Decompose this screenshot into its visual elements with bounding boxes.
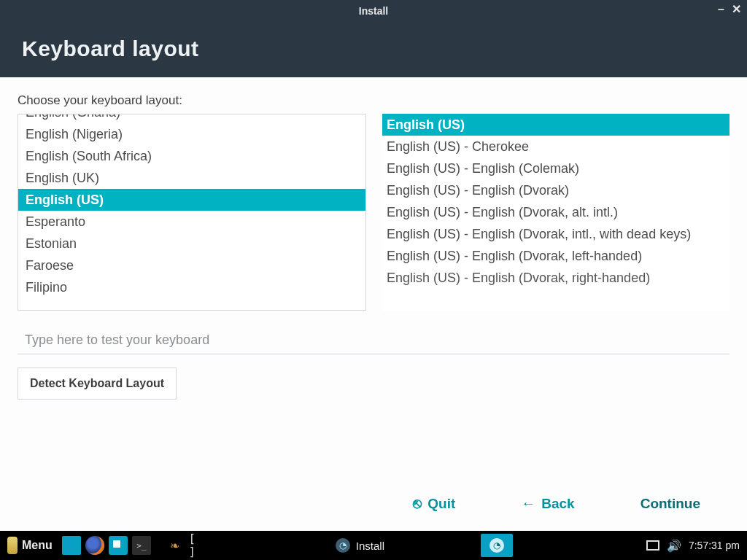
taskbar-app-label: Install xyxy=(356,540,384,552)
taskbar-app-install-active[interactable]: ◔ xyxy=(481,534,513,557)
volume-icon[interactable]: 🔊 xyxy=(667,539,681,553)
display-icon[interactable] xyxy=(646,540,659,551)
continue-label: Continue xyxy=(640,496,700,512)
page-title: Keyboard layout xyxy=(22,36,725,61)
right-layout-item[interactable]: English (US) - English (Dvorak, left-han… xyxy=(382,245,729,267)
left-layout-item[interactable]: English (UK) xyxy=(18,167,365,189)
continue-button[interactable]: Continue xyxy=(640,496,700,512)
right-layout-item[interactable]: English (US) - English (Dvorak, intl., w… xyxy=(382,223,729,245)
menu-label: Menu xyxy=(22,539,53,552)
right-layout-item[interactable]: English (US) - Cherokee xyxy=(382,136,729,158)
clock[interactable]: 7:57:31 pm xyxy=(689,540,740,551)
system-tray: 🔊 7:57:31 pm xyxy=(639,539,747,553)
prompt-label: Choose your keyboard layout: xyxy=(18,93,729,108)
back-label: Back xyxy=(541,496,574,512)
detect-layout-button[interactable]: Detect Keyboard Layout xyxy=(18,368,177,400)
quit-button[interactable]: ⎋ Quit xyxy=(413,495,455,512)
window-title: Install xyxy=(359,5,388,17)
terminal-icon[interactable]: >_ xyxy=(132,536,151,555)
content-area: Choose your keyboard layout: English (Gh… xyxy=(0,77,747,531)
layout-language-list[interactable]: English (Ghana)English (Nigeria)English … xyxy=(18,114,366,311)
file-manager-icon[interactable] xyxy=(109,536,128,555)
left-layout-item[interactable]: English (Nigeria) xyxy=(18,123,365,145)
quit-label: Quit xyxy=(427,496,455,512)
taskbar-app-install[interactable]: ◔ Install xyxy=(327,534,393,557)
install-app-icon: ◔ xyxy=(336,538,350,553)
arrow-left-icon: ← xyxy=(521,495,535,512)
installer-window: Install – ✕ Keyboard layout Choose your … xyxy=(0,0,747,531)
left-layout-item[interactable]: Estonian xyxy=(18,233,365,254)
layout-lists: English (Ghana)English (Nigeria)English … xyxy=(18,114,729,311)
left-layout-item[interactable]: English (Ghana) xyxy=(18,114,365,123)
start-menu-button[interactable]: Menu xyxy=(0,537,60,554)
firefox-icon[interactable] xyxy=(85,536,104,555)
left-layout-item[interactable]: Filipino xyxy=(18,276,365,298)
right-layout-item[interactable]: English (US) - English (Dvorak) xyxy=(382,179,729,201)
minimize-button[interactable]: – xyxy=(718,3,724,16)
right-layout-item[interactable]: English (US) - English (Colemak) xyxy=(382,158,729,179)
install-app-icon: ◔ xyxy=(489,538,504,553)
page-header: Keyboard layout xyxy=(0,22,747,77)
right-layout-item[interactable]: English (US) xyxy=(382,114,729,136)
taskbar: Menu >_ ❧ [ ] ◔ Install ◔ 🔊 7:57:31 pm xyxy=(0,531,747,560)
updater-icon[interactable]: ❧ xyxy=(166,536,185,555)
keyboard-test-input[interactable] xyxy=(18,327,729,354)
back-button[interactable]: ← Back xyxy=(521,495,574,512)
titlebar: Install – ✕ xyxy=(0,0,747,22)
close-button[interactable]: ✕ xyxy=(732,3,741,16)
left-layout-item[interactable]: English (South Africa) xyxy=(18,145,365,167)
distro-logo-icon xyxy=(7,537,18,554)
window-controls: – ✕ xyxy=(718,3,741,16)
nav-row: ⎋ Quit ← Back Continue xyxy=(18,481,729,521)
right-layout-item[interactable]: English (US) - English (Dvorak, alt. int… xyxy=(382,201,729,223)
left-layout-item[interactable]: English (US) xyxy=(18,189,365,211)
workspace-icon[interactable]: [ ] xyxy=(189,536,208,555)
show-desktop-icon[interactable] xyxy=(62,536,81,555)
exit-icon: ⎋ xyxy=(413,495,422,512)
layout-variant-list[interactable]: English (US)English (US) - CherokeeEngli… xyxy=(382,114,729,311)
right-layout-item[interactable]: English (US) - English (Dvorak, right-ha… xyxy=(382,267,729,289)
left-layout-item[interactable]: Esperanto xyxy=(18,211,365,233)
left-layout-item[interactable]: Faroese xyxy=(18,254,365,276)
